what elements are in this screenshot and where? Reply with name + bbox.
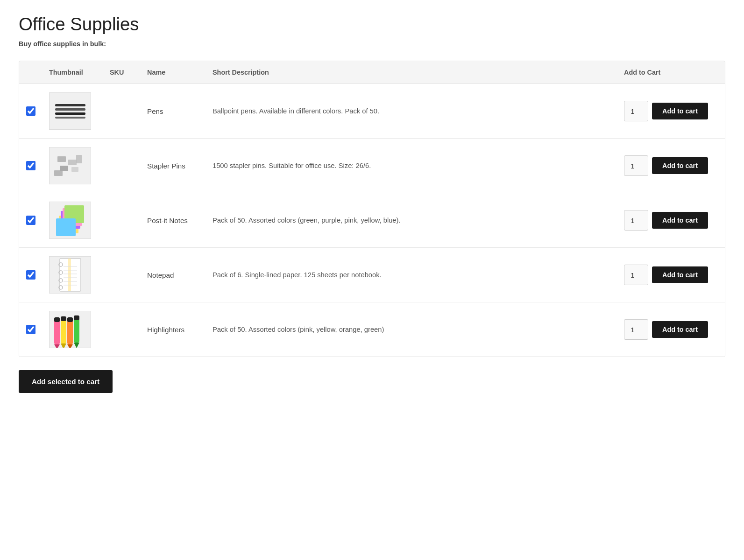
product-desc-stapler-pins: 1500 stapler pins. Suitable for office u… <box>213 162 371 169</box>
sku-cell-pens <box>103 84 141 139</box>
row-checkbox-pens[interactable] <box>26 106 35 116</box>
product-desc-pens: Ballpoint pens. Available in different c… <box>213 107 379 115</box>
product-name-highlighters: Highlighters <box>147 326 184 334</box>
sku-cell-notepad <box>103 248 141 302</box>
col-header-cart: Add to Cart <box>617 61 725 84</box>
row-checkbox-post-it-notes[interactable] <box>26 216 35 225</box>
col-header-thumbnail: Thumbnail <box>43 61 103 84</box>
svg-marker-30 <box>61 343 66 348</box>
add-selected-to-cart-button[interactable]: Add selected to cart <box>19 370 113 393</box>
checkbox-cell <box>19 84 43 139</box>
cart-controls-stapler-pins: Add to cart <box>624 155 718 176</box>
cart-cell-notepad: Add to cart <box>617 248 725 302</box>
qty-input-stapler-pins[interactable] <box>624 155 648 176</box>
cart-cell-highlighters: Add to cart <box>617 302 725 357</box>
product-desc-post-it-notes: Pack of 50. Assorted colors (green, purp… <box>213 217 401 224</box>
add-to-cart-button-post-it-notes[interactable]: Add to cart <box>652 212 708 229</box>
svg-rect-29 <box>61 319 66 343</box>
row-checkbox-highlighters[interactable] <box>26 325 35 334</box>
name-cell-pens: Pens <box>141 84 206 139</box>
thumbnail-post-it-notes <box>49 202 91 239</box>
svg-rect-38 <box>74 315 79 320</box>
col-header-check <box>19 61 43 84</box>
product-name-pens: Pens <box>147 107 163 115</box>
thumbnail-cell-highlighters <box>43 302 103 357</box>
table-row: Highlighters Pack of 50. Assorted colors… <box>19 302 725 357</box>
svg-rect-31 <box>67 320 73 344</box>
name-cell-stapler-pins: Stapler Pins <box>141 139 206 193</box>
svg-rect-8 <box>54 170 63 176</box>
svg-rect-5 <box>68 160 77 165</box>
svg-rect-7 <box>71 167 78 172</box>
cart-controls-post-it-notes: Add to cart <box>624 210 718 231</box>
table-row: Post-it Notes Pack of 50. Assorted color… <box>19 193 725 248</box>
svg-rect-36 <box>61 316 66 321</box>
product-desc-highlighters: Pack of 50. Assorted colors (pink, yello… <box>213 326 384 333</box>
row-checkbox-stapler-pins[interactable] <box>26 161 35 170</box>
sku-cell-highlighters <box>103 302 141 357</box>
svg-rect-9 <box>76 155 82 163</box>
thumbnail-pens <box>49 92 91 130</box>
table-row: Stapler Pins 1500 stapler pins. Suitable… <box>19 139 725 193</box>
checkbox-cell <box>19 193 43 248</box>
desc-cell-notepad: Pack of 6. Single-lined paper. 125 sheet… <box>206 248 617 302</box>
svg-rect-37 <box>67 317 73 322</box>
svg-marker-32 <box>67 344 73 348</box>
svg-rect-0 <box>55 104 85 106</box>
cart-controls-highlighters: Add to cart <box>624 319 718 340</box>
col-header-description: Short Description <box>206 61 617 84</box>
checkbox-cell <box>19 139 43 193</box>
product-name-post-it-notes: Post-it Notes <box>147 217 188 224</box>
svg-rect-16 <box>68 259 71 291</box>
thumbnail-highlighters <box>49 311 91 348</box>
table-row: Notepad Pack of 6. Single-lined paper. 1… <box>19 248 725 302</box>
add-to-cart-button-highlighters[interactable]: Add to cart <box>652 321 708 338</box>
svg-marker-34 <box>74 343 79 348</box>
svg-rect-35 <box>54 317 60 322</box>
add-to-cart-button-stapler-pins[interactable]: Add to cart <box>652 157 708 174</box>
products-table: Thumbnail SKU Name Short Description Add… <box>19 61 725 357</box>
name-cell-highlighters: Highlighters <box>141 302 206 357</box>
product-name-notepad: Notepad <box>147 271 174 279</box>
col-header-sku: SKU <box>103 61 141 84</box>
thumbnail-cell-post-it-notes <box>43 193 103 248</box>
table-header-row: Thumbnail SKU Name Short Description Add… <box>19 61 725 84</box>
thumbnail-cell-notepad <box>43 248 103 302</box>
table-row: Pens Ballpoint pens. Available in differ… <box>19 84 725 139</box>
desc-cell-pens: Ballpoint pens. Available in different c… <box>206 84 617 139</box>
row-checkbox-notepad[interactable] <box>26 270 35 280</box>
svg-rect-3 <box>55 117 85 119</box>
cart-cell-stapler-pins: Add to cart <box>617 139 725 193</box>
sku-cell-post-it-notes <box>103 193 141 248</box>
qty-input-notepad[interactable] <box>624 265 648 285</box>
svg-rect-14 <box>56 218 76 236</box>
desc-cell-highlighters: Pack of 50. Assorted colors (pink, yello… <box>206 302 617 357</box>
qty-input-highlighters[interactable] <box>624 319 648 340</box>
checkbox-cell <box>19 248 43 302</box>
add-to-cart-button-notepad[interactable]: Add to cart <box>652 266 708 283</box>
cart-cell-pens: Add to cart <box>617 84 725 139</box>
product-desc-notepad: Pack of 6. Single-lined paper. 125 sheet… <box>213 271 382 279</box>
cart-controls-pens: Add to cart <box>624 101 718 121</box>
svg-rect-33 <box>74 318 79 343</box>
qty-input-pens[interactable] <box>624 101 648 121</box>
page-title: Office Supplies <box>19 14 725 35</box>
svg-rect-1 <box>55 108 85 111</box>
qty-input-post-it-notes[interactable] <box>624 210 648 231</box>
add-to-cart-button-pens[interactable]: Add to cart <box>652 103 708 119</box>
product-name-stapler-pins: Stapler Pins <box>147 162 185 170</box>
svg-marker-28 <box>54 344 60 348</box>
thumbnail-cell-stapler-pins <box>43 139 103 193</box>
thumbnail-stapler-pins <box>49 147 91 184</box>
products-table-container: Thumbnail SKU Name Short Description Add… <box>19 61 725 357</box>
cart-cell-post-it-notes: Add to cart <box>617 193 725 248</box>
thumbnail-cell-pens <box>43 84 103 139</box>
cart-controls-notepad: Add to cart <box>624 265 718 285</box>
name-cell-post-it-notes: Post-it Notes <box>141 193 206 248</box>
svg-rect-2 <box>55 112 85 115</box>
name-cell-notepad: Notepad <box>141 248 206 302</box>
checkbox-cell <box>19 302 43 357</box>
svg-rect-4 <box>57 156 66 162</box>
col-header-name: Name <box>141 61 206 84</box>
svg-rect-27 <box>54 320 60 344</box>
